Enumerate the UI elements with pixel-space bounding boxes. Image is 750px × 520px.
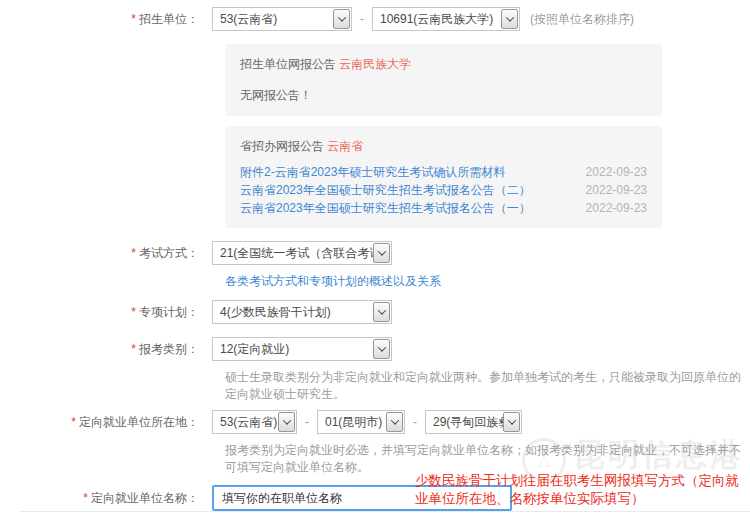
enroll-unit-row: *招生单位： 53(云南省) - 10691(云南民族大学) (按照单位名称排序…	[0, 0, 750, 31]
notice-date: 2022-09-23	[586, 182, 647, 198]
sort-note: (按照单位名称排序)	[530, 11, 634, 28]
chevron-down-icon[interactable]	[386, 412, 403, 432]
work-location-county-select[interactable]: 29(寻甸回族彝族自	[425, 410, 522, 434]
chevron-down-icon[interactable]	[278, 412, 295, 432]
apply-category-hint: 硕士生录取类别分为非定向就业和定向就业两种。参加单独考试的考生，只能被录取为回原…	[225, 369, 750, 403]
exam-method-help-link[interactable]: 各类考试方式和专项计划的概述以及关系	[225, 274, 441, 288]
enroll-unit-select[interactable]: 10691(云南民族大学)	[372, 7, 520, 31]
notice-item: 附件2-云南省2023年硕士研究生考试确认所需材料 2022-09-23	[240, 164, 647, 180]
required-marker: *	[131, 342, 136, 356]
enroll-province-select[interactable]: 53(云南省)	[212, 7, 352, 31]
separator: -	[413, 415, 417, 429]
chevron-down-icon[interactable]	[503, 412, 520, 432]
notice-item: 云南省2023年全国硕士研究生招生考试报名公告（二） 2022-09-23	[240, 182, 647, 198]
unit-notice-title: 招生单位网报公告 云南民族大学	[240, 56, 647, 73]
required-marker: *	[131, 246, 136, 260]
special-plan-select[interactable]: 4(少数民族骨干计划)	[212, 300, 392, 324]
chevron-down-icon[interactable]	[373, 339, 390, 359]
unit-notice-highlight: 云南民族大学	[339, 57, 411, 71]
separator: -	[360, 12, 364, 26]
chevron-down-icon[interactable]	[333, 9, 350, 29]
province-notice-title: 省招办网报公告 云南省	[240, 138, 647, 155]
province-notice-list: 附件2-云南省2023年硕士研究生考试确认所需材料 2022-09-23 云南省…	[240, 164, 647, 216]
enroll-unit-label: *招生单位：	[0, 11, 212, 28]
exam-method-help: 各类考试方式和专项计划的概述以及关系	[225, 273, 750, 290]
chevron-down-icon[interactable]	[501, 9, 518, 29]
notice-date: 2022-09-23	[586, 164, 647, 180]
special-plan-label: *专项计划：	[0, 304, 212, 321]
required-marker: *	[131, 12, 136, 26]
required-marker: *	[71, 415, 76, 429]
unit-notice-body: 无网报公告！	[240, 87, 647, 104]
work-location-city-select[interactable]: 01(昆明市)	[317, 410, 405, 434]
chevron-down-icon[interactable]	[373, 243, 390, 263]
chevron-down-icon[interactable]	[373, 302, 390, 322]
exam-method-row: *考试方式： 21(全国统一考试（含联合考试）)	[0, 241, 750, 265]
unit-notice-box: 招生单位网报公告 云南民族大学 无网报公告！	[225, 44, 662, 116]
apply-category-select[interactable]: 12(定向就业)	[212, 337, 392, 361]
apply-category-row: *报考类别： 12(定向就业)	[0, 337, 750, 361]
special-plan-row: *专项计划： 4(少数民族骨干计划)	[0, 300, 750, 324]
required-marker: *	[131, 305, 136, 319]
province-notice-highlight: 云南省	[327, 139, 363, 153]
required-marker: *	[83, 491, 88, 505]
exam-method-label: *考试方式：	[0, 245, 212, 262]
red-annotation-text: 少数民族骨干计划往届在职考生网报填写方式（定向就业单位所在地、名称按单位实际填写…	[415, 472, 747, 508]
separator: -	[305, 415, 309, 429]
work-location-hint: 报考类别为定向就业时必选，并填写定向就业单位名称；如报考类别为非定向就业，不可选…	[225, 442, 750, 476]
work-location-province-select[interactable]: 53(云南省)	[212, 410, 297, 434]
work-unit-name-label: *定向就业单位名称：	[0, 490, 212, 507]
province-notice-box: 省招办网报公告 云南省 附件2-云南省2023年硕士研究生考试确认所需材料 20…	[225, 126, 662, 228]
footer-divider	[20, 511, 750, 512]
exam-method-select[interactable]: 21(全国统一考试（含联合考试）)	[212, 241, 392, 265]
work-location-label: *定向就业单位所在地：	[0, 414, 212, 431]
notice-date: 2022-09-23	[586, 200, 647, 216]
registration-form-page: *招生单位： 53(云南省) - 10691(云南民族大学) (按照单位名称排序…	[0, 0, 750, 520]
apply-category-label: *报考类别：	[0, 341, 212, 358]
notice-item: 云南省2023年全国硕士研究生招生考试报名公告（一） 2022-09-23	[240, 200, 647, 216]
notice-link[interactable]: 云南省2023年全国硕士研究生招生考试报名公告（一）	[240, 200, 531, 216]
notice-link[interactable]: 云南省2023年全国硕士研究生招生考试报名公告（二）	[240, 182, 531, 198]
notice-link[interactable]: 附件2-云南省2023年硕士研究生考试确认所需材料	[240, 164, 505, 180]
work-location-row: *定向就业单位所在地： 53(云南省) - 01(昆明市) - 29(寻甸回族彝…	[0, 410, 750, 434]
